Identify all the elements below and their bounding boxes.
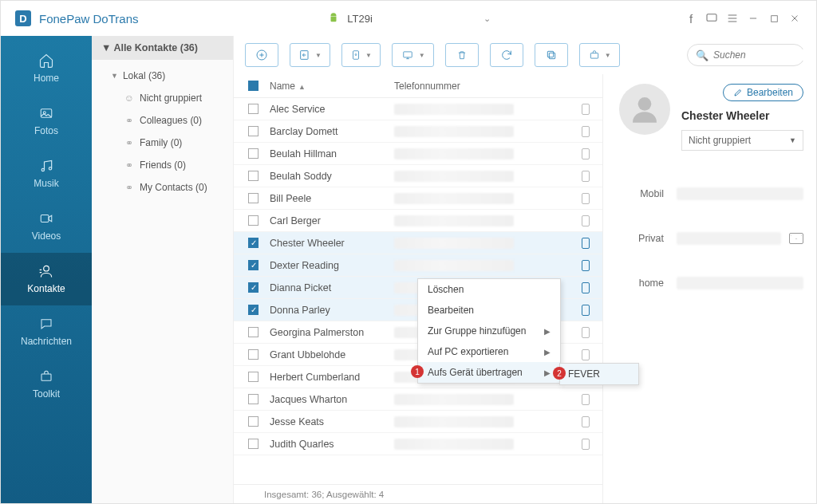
search-box[interactable]: 🔍 <box>687 44 805 66</box>
row-checkbox[interactable] <box>248 372 259 382</box>
group-select[interactable]: Nicht gruppiert▼ <box>681 130 803 151</box>
maximize-button[interactable] <box>764 8 784 29</box>
menu-icon[interactable] <box>722 8 743 29</box>
sidebar-item-contacts[interactable]: Kontakte <box>1 253 92 305</box>
table-row[interactable]: Jacques Wharton <box>234 388 602 411</box>
sidebar-item-label: Nachrichten <box>21 336 72 347</box>
menu-add-to-group[interactable]: Zur Gruppe hinzufügen▶ <box>418 321 560 341</box>
table-row[interactable]: Chester Wheeler <box>234 232 602 254</box>
feedback-icon[interactable] <box>701 8 722 29</box>
facebook-icon[interactable]: f <box>681 8 701 29</box>
contact-name-cell: Beulah Soddy <box>270 171 394 182</box>
music-icon <box>36 157 57 175</box>
sidebar-item-videos[interactable]: Videos <box>1 200 92 253</box>
phone-icon <box>582 416 590 427</box>
table-row[interactable]: Carl Berger <box>234 210 602 232</box>
contact-name-cell: Beulah Hillman <box>270 148 394 159</box>
sidebar-item-photos[interactable]: Fotos <box>1 95 92 148</box>
table-row[interactable]: Alec Service <box>234 98 602 120</box>
row-checkbox[interactable] <box>248 104 259 114</box>
contact-detail-panel: Bearbeiten Chester Wheeler Nicht gruppie… <box>602 74 816 503</box>
edit-button[interactable]: Bearbeiten <box>723 84 803 101</box>
refresh-button[interactable] <box>490 43 523 67</box>
contact-name-cell: Carl Berger <box>270 215 394 226</box>
row-checkbox[interactable] <box>248 148 259 159</box>
table-row[interactable]: Judith Quarles <box>234 433 602 455</box>
table-row[interactable]: Beulah Hillman <box>234 143 602 165</box>
device-selector[interactable]: LT29i ⌄ <box>322 12 497 26</box>
context-menu: Löschen Bearbeiten Zur Gruppe hinzufügen… <box>417 278 561 384</box>
group-uncategorized[interactable]: ☺Nicht gruppiert <box>92 87 233 109</box>
select-all-checkbox[interactable] <box>248 81 259 91</box>
table-row[interactable]: Bill Peele <box>234 187 602 210</box>
menu-transfer-device[interactable]: 1 Aufs Gerät übertragen▶ <box>418 362 560 383</box>
import-button[interactable]: ▼ <box>290 43 330 67</box>
export-pc-button[interactable]: ▼ <box>392 43 434 67</box>
phone-cell <box>394 104 514 115</box>
contact-name-cell: Grant Ubbelohde <box>270 349 394 360</box>
svg-point-7 <box>44 266 49 271</box>
group-colleagues[interactable]: ⚭Colleagues (0) <box>92 109 233 132</box>
row-checkbox[interactable] <box>248 193 259 203</box>
row-checkbox[interactable] <box>248 238 259 248</box>
export-device-button[interactable]: ▼ <box>341 43 381 67</box>
contact-name-cell: Chester Wheeler <box>270 238 394 249</box>
menu-export-pc[interactable]: Auf PC exportieren▶ <box>418 341 560 362</box>
group-icon: ⚭ <box>124 183 135 192</box>
phone-cell <box>394 416 514 427</box>
sidebar-item-label: Musik <box>34 178 58 189</box>
menu-delete[interactable]: Löschen <box>418 279 560 300</box>
device-name: LT29i <box>347 13 373 25</box>
sidebar-item-music[interactable]: Musik <box>1 148 92 200</box>
row-checkbox[interactable] <box>248 282 259 293</box>
row-checkbox[interactable] <box>248 126 259 136</box>
row-checkbox[interactable] <box>248 260 259 270</box>
svg-rect-13 <box>549 53 555 58</box>
row-checkbox[interactable] <box>248 171 259 181</box>
sidebar-item-home[interactable]: Home <box>1 42 92 95</box>
group-my-contacts[interactable]: ⚭My Contacts (0) <box>92 176 233 199</box>
phone-cell <box>394 260 514 271</box>
backup-button[interactable]: ▼ <box>579 43 620 67</box>
table-row[interactable]: Jesse Keats <box>234 411 602 433</box>
row-checkbox[interactable] <box>248 349 259 360</box>
phone-icon <box>582 171 590 182</box>
table-header: Name▲ Telefonnummer <box>234 74 602 98</box>
add-button[interactable] <box>245 43 278 67</box>
submenu-device-fever[interactable]: 2 FEVER <box>560 364 638 384</box>
phone-cell <box>394 439 514 450</box>
sidebar-item-messages[interactable]: Nachrichten <box>1 305 92 358</box>
svg-rect-12 <box>404 52 412 57</box>
svg-rect-14 <box>547 51 553 57</box>
groups-header[interactable]: ▼ Alle Kontakte (36) <box>92 36 233 60</box>
contact-name-cell: Herbert Cumberland <box>270 372 394 383</box>
column-phone[interactable]: Telefonnummer <box>394 81 594 92</box>
sidebar-item-toolkit[interactable]: Toolkit <box>1 358 92 411</box>
search-input[interactable] <box>713 49 817 61</box>
menu-edit[interactable]: Bearbeiten <box>418 300 560 321</box>
row-checkbox[interactable] <box>248 416 259 427</box>
close-button[interactable] <box>784 8 805 29</box>
group-friends[interactable]: ⚭Friends (0) <box>92 154 233 176</box>
table-row[interactable]: Beulah Soddy <box>234 165 602 187</box>
group-family[interactable]: ⚭Family (0) <box>92 132 233 154</box>
group-local[interactable]: ▼Lokal (36) <box>92 65 233 87</box>
minimize-button[interactable] <box>743 8 764 29</box>
row-checkbox[interactable] <box>248 439 259 449</box>
home-icon <box>36 52 57 69</box>
row-checkbox[interactable] <box>248 215 259 226</box>
contact-name-cell: Dianna Picket <box>270 282 394 293</box>
delete-button[interactable] <box>445 43 479 67</box>
message-icon <box>36 315 57 333</box>
duplicate-button[interactable] <box>535 43 568 67</box>
row-checkbox[interactable] <box>248 394 259 404</box>
table-row[interactable]: Dexter Reading <box>234 254 602 277</box>
table-row[interactable]: Barclay Domett <box>234 120 602 143</box>
row-checkbox[interactable] <box>248 305 259 315</box>
chevron-down-icon: ⌄ <box>483 14 491 24</box>
mail-icon[interactable] <box>789 233 803 244</box>
phone-icon <box>582 148 590 159</box>
sidebar-item-label: Home <box>34 73 59 84</box>
row-checkbox[interactable] <box>248 327 259 337</box>
column-name[interactable]: Name▲ <box>270 81 394 92</box>
